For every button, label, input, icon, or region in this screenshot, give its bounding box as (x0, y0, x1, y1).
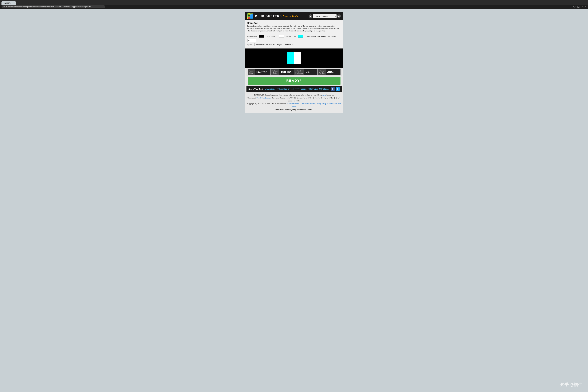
discussion-link[interactable]: Discussion Forums (301, 103, 315, 104)
nav-selector: ◀ Chase Squares Panning UFO Ghosting ▶ (309, 14, 341, 18)
footer-important: IMPORTANT: Close all apps and other brow… (247, 94, 341, 96)
logo-icon: 999 (247, 13, 253, 19)
speed-select[interactable]: 3840 Pixels Per Sec 1920 Pixels Per Sec … (254, 43, 275, 46)
controls-row-2: Speed: 3840 Pixels Per Sec 1920 Pixels P… (247, 43, 341, 46)
tab-bar: n Bench... × + (1, 1, 20, 5)
page-content: 999 BLUR BUSTERS Motion Tests ◀ Chase Sq… (0, 9, 588, 116)
pixels-per-frame-box: PixelsPer Frame 24 (294, 69, 317, 75)
nav-prev-button[interactable]: ◀ (309, 14, 312, 18)
test-title: Chase Test (247, 22, 341, 24)
svg-rect-2 (248, 16, 250, 17)
trailing-square (294, 52, 301, 64)
browser-chrome: n Bench... × + (0, 0, 588, 5)
aero-suffix: turned on. (326, 94, 334, 96)
watermark: 知乎 @橘生 (560, 382, 582, 388)
copyright-text: Copyright (C) 2017 Blur Busters - All Ri… (247, 103, 287, 104)
bookmark-icon[interactable]: ☆ (582, 6, 584, 8)
controls-row-1: Background: Leading Color: Trailing Colo… (247, 35, 341, 42)
height-label: Height: (277, 44, 282, 46)
address-bar: www.testufo.com/chase#background=000000&… (0, 5, 588, 9)
font-size-icon[interactable]: A⁺ (573, 6, 576, 8)
site-subtitle: Motion Tests (283, 15, 298, 18)
tab-close-icon[interactable]: × (13, 2, 14, 4)
ready-wrapper: READY* (245, 77, 343, 86)
refresh-rate-value: 160 Hz (279, 70, 294, 74)
instructions-line3: The chase rectangles are vertically offs… (247, 30, 326, 32)
twitter-icon: t (337, 88, 338, 90)
site-title: BLUR BUSTERS (255, 14, 282, 18)
background-color-swatch[interactable] (259, 35, 264, 38)
background-label: Background: (247, 35, 257, 38)
frame-rate-label: FrameRate (248, 69, 255, 75)
speed-label: Speed: (247, 44, 253, 46)
instructions-text: Instructions: Adjust the distance betwee… (247, 25, 341, 32)
read-mode-icon[interactable]: aA (577, 6, 580, 8)
active-tab[interactable]: n Bench... × (1, 1, 16, 5)
pixels-per-frame-value: 24 (304, 70, 317, 74)
blurbusters-link[interactable]: BlurBusters.com (287, 103, 299, 104)
stats-wrapper: FrameRate 160 fps RefreshRate 160 Hz Pix… (245, 68, 343, 76)
leading-color-label: Leading Color: (266, 35, 277, 38)
instructions-line1: Adjust the distance between rectangles u… (258, 25, 335, 27)
stats-row: FrameRate 160 fps RefreshRate 160 Hz Pix… (246, 68, 342, 76)
check-browser-link[interactable]: Check Your Browser (256, 97, 271, 99)
frame-rate-box: FrameRate 160 fps (248, 69, 270, 75)
footer-tagline: Blur Busters: Everything better than 60H… (247, 108, 341, 112)
test-header: 999 BLUR BUSTERS Motion Tests ◀ Chase Sq… (245, 12, 343, 20)
trailing-color-swatch[interactable] (298, 35, 303, 38)
supported-browsers-text: Supported Browsers with VSYNC: Chrome (u… (272, 97, 341, 102)
pixels-per-sec-label: PixelsPer Sec (318, 69, 326, 75)
ready-button[interactable]: READY* (248, 77, 341, 85)
share-url-link[interactable]: www.testufo.com/chase#background=000000&… (265, 88, 330, 90)
footer-problems: *Problems? Check Your Browser Supported … (247, 96, 341, 102)
footer-copyright: Copyright (C) 2017 Blur Busters - All Ri… (247, 102, 341, 108)
pixels-per-frame-label: PixelsPer Frame (294, 69, 304, 75)
test-selector[interactable]: Chase Squares Panning UFO Ghosting (313, 14, 337, 18)
tab-label: n Bench... (3, 2, 11, 4)
instructions-line2: On faster-responding displays, you can b… (247, 28, 339, 29)
new-tab-button[interactable]: + (16, 1, 20, 5)
chase-squares (287, 52, 301, 64)
height-select[interactable]: Normal Short Tall (284, 43, 294, 46)
svg-rect-3 (248, 17, 250, 18)
distance-change-text: (Change this value!): (319, 35, 337, 38)
browser-actions: A⁺ aA ☆ × (573, 6, 587, 8)
frame-rate-value: 160 fps (255, 70, 270, 74)
refresh-rate-label: RefreshRate (271, 69, 279, 75)
footer-close-text: Close all apps and other browser tabs an… (265, 94, 323, 96)
instructions-area: Chase Test Instructions: Adjust the dist… (245, 20, 343, 34)
refresh-rate-box: RefreshRate 160 Hz (271, 69, 294, 75)
close-icon[interactable]: × (585, 6, 587, 8)
distance-label: Distance in Pixels (Change this value!): (305, 35, 337, 38)
leading-square (287, 52, 294, 64)
distance-input[interactable] (247, 39, 256, 42)
problems-text: *Problems? (247, 97, 256, 99)
trailing-color-label: Trailing Color: (285, 35, 296, 38)
nav-next-button[interactable]: ▶ (337, 14, 341, 18)
header-title-group: BLUR BUSTERS Motion Tests (255, 14, 298, 18)
svg-text:999: 999 (250, 14, 252, 16)
test-container: 999 BLUR BUSTERS Motion Tests ◀ Chase Sq… (245, 12, 343, 113)
svg-rect-1 (248, 14, 250, 15)
privacy-link[interactable]: Privacy Policy (316, 103, 326, 104)
facebook-share-button[interactable]: f (331, 87, 335, 91)
instructions-prefix: Instructions: (247, 25, 257, 27)
twitter-share-button[interactable]: t (336, 87, 340, 91)
facebook-icon: f (332, 88, 333, 90)
leading-color-swatch[interactable] (279, 35, 284, 38)
pixels-per-sec-box: PixelsPer Sec 3840 (318, 69, 340, 75)
controls-area: Background: Leading Color: Trailing Colo… (245, 34, 343, 48)
share-row: Share This Test! www.testufo.com/chase#b… (246, 86, 342, 92)
important-text: IMPORTANT: (254, 94, 264, 96)
footer-area: IMPORTANT: Close all apps and other brow… (245, 93, 343, 113)
share-label: Share This Test! (249, 88, 263, 90)
animation-area (245, 48, 343, 68)
aero-link[interactable]: Aero (323, 94, 326, 96)
url-input[interactable]: www.testufo.com/chase#background=000000&… (1, 5, 105, 8)
pixels-per-sec-value: 3840 (326, 70, 340, 74)
